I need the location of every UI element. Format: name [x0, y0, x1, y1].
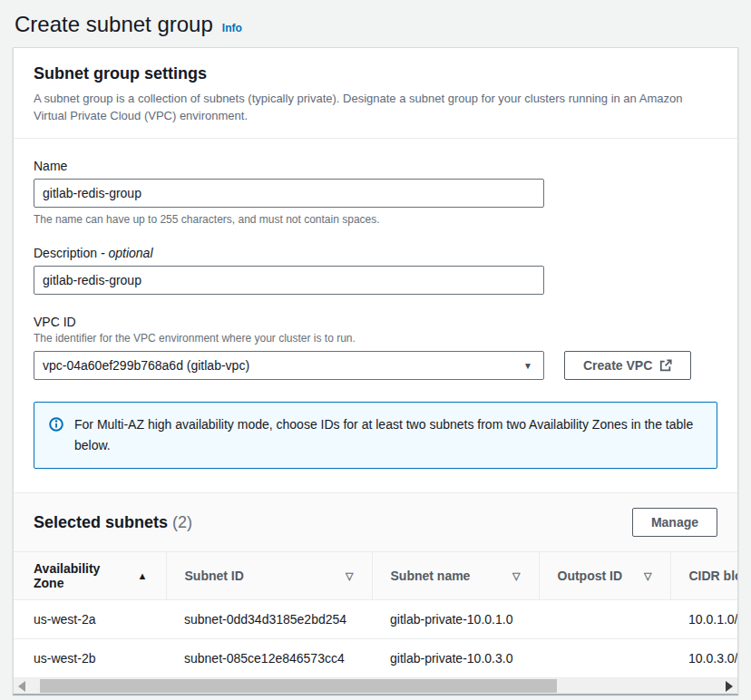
cell-az: us-west-2a — [14, 600, 166, 639]
vpc-help-text: The identifier for the VPC environment w… — [34, 332, 717, 345]
external-link-icon — [659, 359, 672, 372]
vpc-field-group: VPC ID The identifier for the VPC enviro… — [34, 315, 717, 380]
create-subnet-group-card: Subnet group settings A subnet group is … — [13, 47, 738, 695]
column-label: CIDR block — [689, 569, 738, 583]
column-header-availability-zone[interactable]: Availability Zone▲ — [14, 552, 166, 600]
cell-subnet-id: subnet-085ce12e846573cc4 — [166, 639, 372, 678]
settings-section-header: Subnet group settings A subnet group is … — [14, 48, 737, 139]
column-header-cidr-block: CIDR block — [670, 552, 737, 600]
page-header: Create subnet group Info — [0, 0, 751, 47]
cell-subnet-name: gitlab-private-10.0.1.0 — [372, 600, 539, 639]
optional-suffix: - optional — [101, 246, 153, 260]
column-header-outpost-id[interactable]: Outpost ID▽ — [539, 552, 670, 600]
column-header-subnet-name[interactable]: Subnet name▽ — [372, 552, 539, 600]
subnet-count: (2) — [172, 513, 192, 531]
scrollbar-thumb[interactable] — [40, 679, 557, 693]
settings-heading: Subnet group settings — [34, 64, 717, 83]
scroll-left-button[interactable] — [14, 678, 30, 694]
sort-icon: ▽ — [346, 570, 353, 582]
multi-az-info-alert: For Multi-AZ high availability mode, cho… — [34, 402, 717, 469]
column-label: Subnet name — [391, 569, 471, 583]
name-label: Name — [34, 159, 717, 173]
scroll-right-icon — [726, 681, 733, 692]
column-label: Outpost ID — [558, 569, 623, 583]
chevron-down-icon: ▼ — [523, 361, 532, 371]
cell-cidr: 10.0.1.0/24 — [670, 600, 737, 639]
page-title: Create subnet group — [15, 12, 213, 37]
table-body: us-west-2asubnet-0dd34d3185e2bd254gitlab… — [14, 600, 737, 678]
cell-cidr: 10.0.3.0/24 — [670, 639, 737, 678]
alert-text: For Multi-AZ high availability mode, cho… — [74, 414, 702, 456]
info-link[interactable]: Info — [222, 22, 242, 34]
selected-subnets-heading: Selected subnets (2) — [34, 513, 192, 532]
table-row: us-west-2bsubnet-085ce12e846573cc4gitlab… — [14, 639, 737, 678]
table-row: us-west-2asubnet-0dd34d3185e2bd254gitlab… — [14, 600, 737, 639]
subnets-table-container: Availability Zone▲Subnet ID▽Subnet name▽… — [14, 551, 737, 678]
name-field-group: Name The name can have up to 255 charact… — [34, 159, 717, 226]
selected-subnets-header: Selected subnets (2) Manage — [14, 492, 737, 551]
sort-ascending-icon: ▲ — [138, 570, 148, 581]
scroll-right-button[interactable] — [721, 678, 737, 694]
table-header-row: Availability Zone▲Subnet ID▽Subnet name▽… — [14, 552, 737, 600]
cell-az: us-west-2b — [14, 639, 166, 678]
cell-outpost-id — [539, 639, 670, 678]
name-constraint: The name can have up to 255 characters, … — [34, 213, 717, 226]
column-header-subnet-id[interactable]: Subnet ID▽ — [166, 552, 372, 600]
manage-button[interactable]: Manage — [632, 508, 717, 537]
subnets-table: Availability Zone▲Subnet ID▽Subnet name▽… — [14, 551, 737, 678]
sort-icon: ▽ — [512, 570, 520, 582]
column-label: Availability Zone — [34, 561, 129, 590]
column-label: Subnet ID — [185, 569, 244, 583]
horizontal-scrollbar[interactable] — [14, 678, 737, 694]
vpc-select[interactable]: vpc-04a60ef299b768a6d (gitlab-vpc) ▼ — [34, 351, 544, 380]
vpc-selected-value: vpc-04a60ef299b768a6d (gitlab-vpc) — [43, 358, 249, 373]
description-input[interactable] — [34, 266, 544, 295]
sort-icon: ▽ — [644, 570, 651, 582]
name-input[interactable] — [34, 179, 544, 208]
settings-form: Name The name can have up to 255 charact… — [14, 139, 737, 492]
cell-outpost-id — [539, 600, 670, 639]
cell-subnet-id: subnet-0dd34d3185e2bd254 — [166, 600, 372, 639]
create-vpc-button[interactable]: Create VPC — [564, 351, 691, 380]
vpc-label: VPC ID — [34, 315, 717, 329]
description-label: Description - optional — [34, 246, 717, 260]
info-circle-icon — [49, 417, 63, 432]
scroll-left-icon — [18, 681, 25, 692]
cell-subnet-name: gitlab-private-10.0.3.0 — [372, 639, 539, 678]
description-field-group: Description - optional — [34, 246, 717, 295]
settings-description: A subnet group is a collection of subnet… — [34, 90, 717, 124]
